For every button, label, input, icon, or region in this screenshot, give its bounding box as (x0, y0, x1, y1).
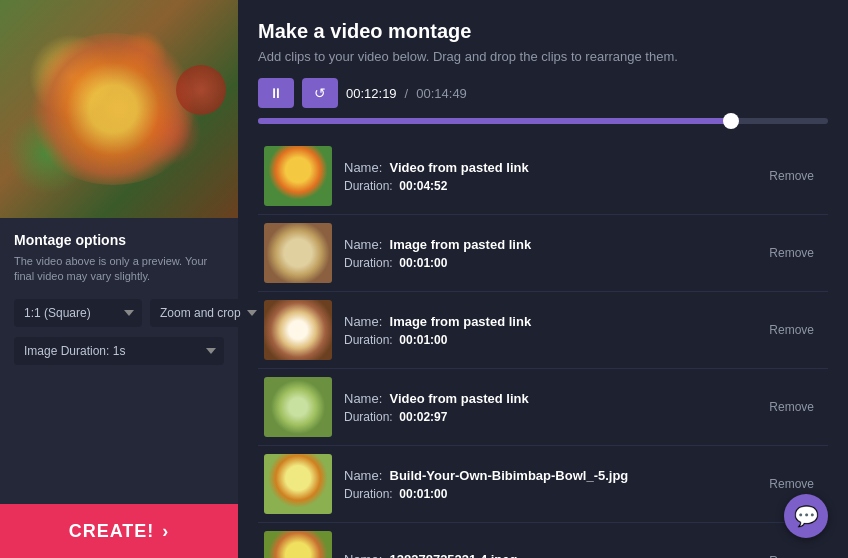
progress-handle[interactable] (723, 113, 739, 129)
clip-thumbnail-6 (264, 531, 332, 558)
clip-item-1: Name: Video from pasted link Duration: 0… (258, 138, 828, 215)
chat-bubble-button[interactable]: 💬 (784, 494, 828, 538)
playback-controls: ⏸ ↺ 00:12:19 / 00:14:49 (258, 78, 828, 108)
aspect-crop-row: 1:1 (Square) 16:9 (Landscape) 9:16 (Port… (14, 299, 224, 327)
time-separator: / (405, 86, 409, 101)
clip-duration-1: Duration: 00:04:52 (344, 179, 749, 193)
clips-list: Name: Video from pasted link Duration: 0… (258, 138, 828, 558)
pause-icon: ⏸ (269, 85, 283, 101)
clip-thumbnail-5 (264, 454, 332, 514)
clip-name-3: Name: Image from pasted link (344, 314, 749, 329)
reset-icon: ↺ (314, 85, 326, 101)
clip-item-2: Name: Image from pasted link Duration: 0… (258, 215, 828, 292)
clip-thumbnail-4 (264, 377, 332, 437)
main-content: Make a video montage Add clips to your v… (238, 0, 848, 558)
clip-remove-1[interactable]: Remove (761, 165, 822, 187)
clip-info-6: Name: 138378735231 4.jpeg (344, 552, 749, 559)
clip-name-1: Name: Video from pasted link (344, 160, 749, 175)
clip-info-3: Name: Image from pasted link Duration: 0… (344, 314, 749, 347)
page-subtitle: Add clips to your video below. Drag and … (258, 49, 828, 64)
clip-info-5: Name: Build-Your-Own-Bibimbap-Bowl_-5.jp… (344, 468, 749, 501)
clip-item-6: Name: 138378735231 4.jpeg Remove (258, 523, 828, 558)
progress-bar[interactable] (258, 118, 828, 124)
clip-duration-3: Duration: 00:01:00 (344, 333, 749, 347)
montage-options-title: Montage options (14, 232, 224, 248)
video-preview (0, 0, 238, 218)
create-arrow: › (162, 521, 169, 542)
create-button[interactable]: CREATE! › (0, 504, 238, 558)
clip-remove-2[interactable]: Remove (761, 242, 822, 264)
clip-remove-6[interactable]: Remove (761, 550, 822, 558)
clip-remove-3[interactable]: Remove (761, 319, 822, 341)
clip-thumbnail-1 (264, 146, 332, 206)
clip-item-5: Name: Build-Your-Own-Bibimbap-Bowl_-5.jp… (258, 446, 828, 523)
clip-name-5: Name: Build-Your-Own-Bibimbap-Bowl_-5.jp… (344, 468, 749, 483)
clip-name-2: Name: Image from pasted link (344, 237, 749, 252)
clip-duration-5: Duration: 00:01:00 (344, 487, 749, 501)
create-label: CREATE! (69, 521, 155, 542)
chat-icon: 💬 (794, 504, 819, 528)
clip-info-2: Name: Image from pasted link Duration: 0… (344, 237, 749, 270)
clip-thumbnail-3 (264, 300, 332, 360)
clip-duration-2: Duration: 00:01:00 (344, 256, 749, 270)
clip-remove-5[interactable]: Remove (761, 473, 822, 495)
clip-name-6: Name: 138378735231 4.jpeg (344, 552, 749, 559)
clip-info-4: Name: Video from pasted link Duration: 0… (344, 391, 749, 424)
montage-options-panel: Montage options The video above is only … (0, 218, 238, 504)
image-duration-select[interactable]: Image Duration: 1s Image Duration: 2s Im… (14, 337, 224, 365)
pause-button[interactable]: ⏸ (258, 78, 294, 108)
clip-remove-4[interactable]: Remove (761, 396, 822, 418)
clip-item-3: Name: Image from pasted link Duration: 0… (258, 292, 828, 369)
reset-button[interactable]: ↺ (302, 78, 338, 108)
clip-name-4: Name: Video from pasted link (344, 391, 749, 406)
time-total: 00:14:49 (416, 86, 467, 101)
clip-item-4: Name: Video from pasted link Duration: 0… (258, 369, 828, 446)
time-current: 00:12:19 (346, 86, 397, 101)
aspect-ratio-select[interactable]: 1:1 (Square) 16:9 (Landscape) 9:16 (Port… (14, 299, 142, 327)
page-title: Make a video montage (258, 20, 828, 43)
clip-info-1: Name: Video from pasted link Duration: 0… (344, 160, 749, 193)
montage-options-desc: The video above is only a preview. Your … (14, 254, 224, 285)
progress-fill (258, 118, 731, 124)
sidebar: Montage options The video above is only … (0, 0, 238, 558)
clip-thumbnail-2 (264, 223, 332, 283)
clip-duration-4: Duration: 00:02:97 (344, 410, 749, 424)
